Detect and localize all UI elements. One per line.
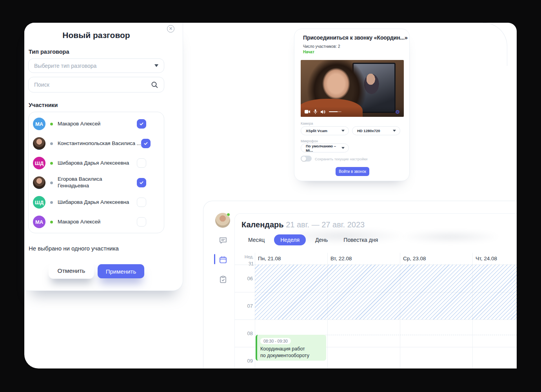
cancel-button[interactable]: Отменить bbox=[49, 263, 94, 279]
no-participants-note: Не выбрано ни одного участника bbox=[29, 245, 119, 252]
hour-label: 09 bbox=[235, 347, 253, 368]
participant-name: Егорова ВасилисаГеннадьевна bbox=[58, 176, 102, 189]
participant-name: Шибарова Дарья Алексеевна bbox=[58, 199, 129, 206]
app-window: Новый разговор ✕ Тип разговора Выберите … bbox=[24, 23, 517, 368]
user-avatar[interactable] bbox=[215, 213, 230, 228]
tab-3[interactable]: День bbox=[309, 234, 334, 245]
speaker-icon[interactable] bbox=[321, 110, 325, 114]
status-dot bbox=[50, 201, 53, 204]
stacked-window-corner bbox=[483, 23, 507, 66]
avatar: ШД bbox=[33, 196, 45, 209]
status-dot bbox=[50, 142, 53, 145]
calendar-panel: Календарь 21 авг. — 27 авг. 2023 МесяцНе… bbox=[234, 213, 517, 368]
tab-1[interactable]: Месяц bbox=[242, 234, 271, 245]
chevron-down-icon bbox=[341, 130, 345, 132]
search-placeholder: Поиск bbox=[34, 82, 49, 88]
apply-button[interactable]: Применить bbox=[98, 264, 144, 278]
participant-name: Макаров Алексей bbox=[58, 219, 100, 225]
volume-slider[interactable] bbox=[329, 111, 341, 113]
calendar-view-tabs: МесяцНеделяДеньПовестка дня bbox=[242, 234, 384, 245]
chevron-down-icon bbox=[154, 64, 158, 67]
participant-name: Константинопольская Василиса ... bbox=[58, 140, 141, 147]
day-header: Чт, 24.08 bbox=[472, 253, 517, 265]
participant-name: Шибарова Дарья Алексеевна bbox=[58, 160, 129, 167]
participant-row[interactable]: МАМакаров Алексей bbox=[29, 114, 164, 134]
join-call-card: Присоединиться к звонку «Координ...» Чис… bbox=[294, 29, 410, 181]
tab-4[interactable]: Повестка дня bbox=[337, 234, 384, 245]
status-dot bbox=[50, 162, 53, 165]
search-input[interactable]: Поиск bbox=[28, 77, 164, 93]
participant-name: Макаров Алексей bbox=[58, 121, 100, 127]
calendar-date-range: 21 авг. — 27 авг. 2023 bbox=[286, 220, 365, 229]
camera-icon[interactable] bbox=[305, 110, 310, 114]
microphone-select-value: По умолчанию – Mi... bbox=[306, 144, 341, 152]
status-dot bbox=[50, 123, 53, 125]
gear-icon[interactable]: ⚙ bbox=[395, 109, 400, 114]
join-call-button[interactable]: Войти в звонок bbox=[336, 167, 369, 176]
tab-2[interactable]: Неделя bbox=[274, 234, 306, 245]
avatar: ШД bbox=[33, 157, 45, 169]
participant-row[interactable]: Егорова ВасилисаГеннадьевна bbox=[29, 173, 164, 192]
participants-list: МАМакаров АлексейКонстантинопольская Вас… bbox=[28, 112, 164, 233]
camera-preview: ⚙ bbox=[301, 60, 404, 117]
conversation-type-placeholder: Выберите тип разговора bbox=[34, 63, 96, 69]
participant-checkbox[interactable] bbox=[137, 178, 146, 187]
conversation-type-label: Тип разговора bbox=[29, 49, 69, 55]
day-header: Пн, 21.08 bbox=[255, 253, 327, 265]
participant-checkbox[interactable] bbox=[137, 119, 146, 129]
close-icon[interactable]: ✕ bbox=[167, 25, 174, 33]
save-settings-toggle[interactable] bbox=[301, 156, 312, 162]
video-controls-bar: ⚙ bbox=[301, 107, 404, 117]
microphone-icon[interactable] bbox=[314, 109, 317, 114]
camera-label: Камера bbox=[301, 122, 313, 125]
microphone-select[interactable]: По умолчанию – Mi... bbox=[301, 143, 349, 152]
new-conversation-dialog: Новый разговор ✕ Тип разговора Выберите … bbox=[24, 23, 183, 291]
call-status-badge: Начат bbox=[303, 50, 314, 54]
search-icon bbox=[151, 81, 158, 89]
participant-row[interactable]: ШДШибарова Дарья Алексеевна bbox=[29, 192, 164, 212]
calendar-card: Календарь 21 авг. — 27 авг. 2023 МесяцНе… bbox=[203, 201, 517, 368]
participant-checkbox[interactable] bbox=[137, 198, 146, 207]
calendar-title-text: Календарь bbox=[241, 220, 284, 229]
event-title: Координация работ по документообороту bbox=[260, 346, 323, 359]
event-time-badge: 08:30 - 09:30 bbox=[260, 338, 291, 344]
participants-label: Участники bbox=[29, 102, 58, 108]
conversation-type-select[interactable]: Выберите тип разговора bbox=[28, 58, 164, 73]
avatar: МА bbox=[33, 216, 45, 228]
online-status-dot bbox=[227, 213, 230, 216]
avatar bbox=[33, 137, 45, 150]
save-settings-label: Сохранить текущие настройки bbox=[315, 157, 367, 161]
chevron-down-icon bbox=[341, 147, 345, 149]
toggle-knob bbox=[301, 156, 306, 161]
participant-checkbox[interactable] bbox=[141, 139, 151, 148]
call-participants-count: Число участников: 2 bbox=[303, 44, 340, 49]
participant-row[interactable]: Константинопольская Василиса ... bbox=[29, 134, 164, 153]
chevron-down-icon bbox=[393, 130, 396, 132]
day-header: Ср, 23.08 bbox=[400, 253, 472, 265]
grid-line bbox=[235, 319, 517, 320]
avatar bbox=[33, 176, 45, 189]
microphone-label: Микрофон bbox=[301, 139, 318, 143]
day-header: Вт, 22.08 bbox=[327, 253, 400, 265]
calendar-event[interactable]: 08:30 - 09:30 Координация работ по докум… bbox=[256, 335, 326, 361]
chat-icon[interactable] bbox=[219, 236, 227, 245]
camera-select[interactable]: XSplit Vcam bbox=[301, 126, 349, 135]
non-working-hours-hatch bbox=[255, 265, 517, 319]
status-dot bbox=[50, 181, 53, 184]
participant-checkbox[interactable] bbox=[137, 158, 146, 168]
avatar: МА bbox=[33, 118, 45, 130]
resolution-select[interactable]: HD 1280x720 bbox=[352, 126, 400, 135]
hour-label: 06 bbox=[235, 265, 253, 292]
participant-row[interactable]: ШДШибарова Дарья Алексеевна bbox=[29, 153, 164, 173]
resolution-select-value: HD 1280x720 bbox=[357, 129, 380, 133]
participant-row[interactable]: МАМакаров Алексей bbox=[29, 212, 164, 232]
event-title-line1: Координация работ bbox=[260, 346, 305, 352]
dialog-title: Новый разговор bbox=[28, 31, 164, 40]
participant-checkbox[interactable] bbox=[137, 217, 146, 227]
calendar-icon[interactable] bbox=[219, 256, 227, 264]
event-title-line2: по документообороту bbox=[260, 353, 309, 358]
calendar-title: Календарь 21 авг. — 27 авг. 2023 bbox=[241, 220, 365, 229]
tasks-icon[interactable] bbox=[219, 275, 227, 284]
active-section-indicator bbox=[214, 254, 215, 264]
hour-label: 08 bbox=[235, 319, 253, 347]
